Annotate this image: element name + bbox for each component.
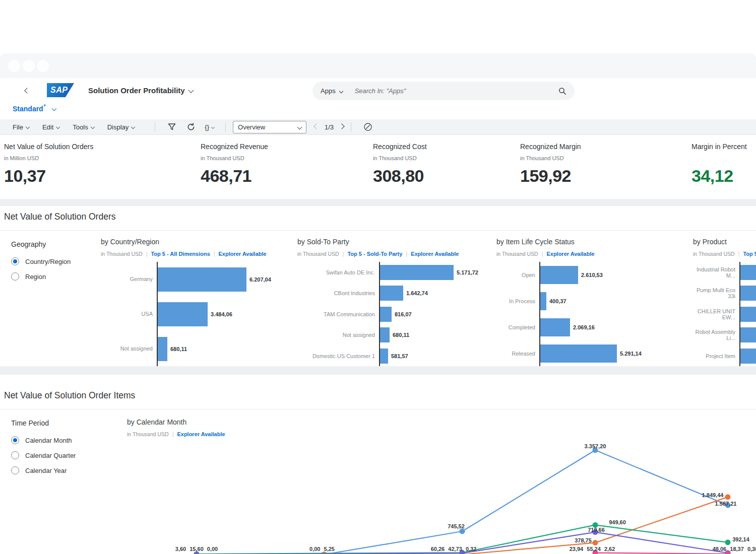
bar[interactable] — [380, 265, 454, 280]
bar-row: Project Item — [693, 345, 756, 367]
bar[interactable] — [540, 318, 570, 336]
bar[interactable] — [540, 266, 578, 284]
bar[interactable] — [540, 344, 617, 363]
toolbar-divider — [225, 122, 226, 131]
bar[interactable] — [740, 349, 756, 364]
section-separator — [0, 199, 756, 206]
chevron-down-icon — [131, 125, 135, 129]
category-label: Industrial Robot M... — [693, 266, 739, 279]
subtitle-separator: | — [214, 251, 215, 257]
menu-file[interactable]: File — [13, 123, 29, 131]
chevron-down-icon — [26, 125, 30, 129]
kpi-value: 34,12 — [691, 166, 747, 186]
bar-row: Robot Assembly Li... — [693, 325, 756, 346]
radio-button[interactable] — [11, 272, 19, 281]
bar[interactable] — [740, 327, 756, 342]
radio-option[interactable]: Country/Region — [11, 254, 71, 269]
radio-option[interactable]: Calendar Quarter — [11, 448, 76, 463]
radio-option[interactable]: Region — [11, 269, 71, 284]
radio-option[interactable]: Calendar Year — [11, 463, 76, 478]
variant-name: Standard — [13, 105, 43, 113]
subtitle-separator: | — [172, 431, 174, 437]
category-label: Open — [496, 272, 539, 278]
series-blue-data-point[interactable] — [460, 528, 465, 534]
chart-link[interactable]: Top 5 - Sold-To Party — [347, 251, 402, 257]
bar[interactable] — [158, 302, 208, 326]
chart-link[interactable]: Explorer Available — [219, 251, 267, 257]
kpi-unit: in Thousand USD — [520, 155, 581, 162]
page-title-menu[interactable]: Solution Order Profitability — [88, 86, 193, 95]
series-orange-data-point[interactable] — [725, 494, 731, 500]
chart-link[interactable]: Explorer Available — [411, 251, 459, 257]
bar[interactable] — [540, 292, 546, 310]
kpi-tile[interactable]: Net Value of Solution Ordersin Million U… — [4, 143, 93, 186]
bar[interactable] — [380, 286, 403, 301]
chart-panel-2: by Sold-To Partyin Thousand USD|Top 5 - … — [297, 238, 489, 368]
chart-unit: in Thousand USD — [496, 251, 538, 257]
bar[interactable] — [740, 265, 756, 280]
refresh-icon[interactable] — [186, 122, 196, 131]
bar[interactable] — [158, 267, 246, 292]
pager-next-button[interactable] — [340, 123, 344, 131]
bar[interactable] — [740, 307, 756, 322]
bar[interactable] — [380, 327, 390, 342]
explore-compass-icon[interactable] — [363, 122, 372, 131]
back-button[interactable] — [25, 87, 34, 96]
bar-area: 3.484,06 — [157, 297, 288, 331]
bar-row: Germany6.207,04 — [101, 262, 288, 297]
filter-icon[interactable] — [167, 122, 176, 131]
view-selector[interactable]: Overview — [233, 121, 306, 133]
chart-link[interactable]: Top 5 - — [743, 251, 756, 257]
chart-link[interactable]: Explorer Available — [546, 251, 594, 257]
radio-button-selected[interactable] — [11, 436, 19, 444]
bar[interactable] — [380, 349, 388, 364]
radio-button[interactable] — [11, 466, 19, 474]
search-scope-dropdown[interactable]: Apps — [321, 87, 343, 95]
radio-option[interactable]: Calendar Month — [11, 433, 76, 448]
kpi-value: 10,37 — [4, 166, 93, 186]
menu-tools[interactable]: Tools — [73, 123, 94, 131]
bar-value: 581,57 — [391, 353, 408, 359]
bar-row: Open2.610,53 — [496, 262, 673, 288]
bar-value: 680,11 — [393, 332, 409, 338]
category-label: Swifan Auto DE Inc. — [297, 269, 379, 275]
bar[interactable] — [740, 286, 756, 301]
search-bar[interactable]: Apps — [312, 82, 575, 100]
code-view-button[interactable]: {} — [205, 123, 214, 131]
variant-selector[interactable]: Standard* — [13, 104, 56, 113]
kpi-tile[interactable]: Recognized Costin Thousand USD308,80 — [373, 143, 427, 186]
radio-button-selected[interactable] — [11, 257, 19, 265]
bar-value: 2.610,53 — [581, 272, 603, 278]
point-label: 745,52 — [448, 523, 465, 529]
bar[interactable] — [158, 337, 167, 361]
menu-edit[interactable]: Edit — [42, 123, 59, 131]
category-label: TAM Communication — [297, 311, 379, 317]
radio-label: Calendar Quarter — [25, 452, 76, 459]
point-label: 1.849,44 — [702, 492, 724, 498]
series-teal-data-point[interactable] — [725, 539, 731, 545]
search-input[interactable] — [354, 87, 558, 95]
series-orange-data-point[interactable] — [593, 540, 598, 545]
radio-button[interactable] — [11, 451, 19, 459]
kpi-tile[interactable]: Recognized Revenuein Thousand USD468,71 — [201, 143, 268, 186]
bar-area — [739, 325, 756, 346]
bar[interactable] — [380, 307, 392, 322]
bar-value: 1.642,74 — [406, 290, 428, 296]
pager-prev-button[interactable] — [314, 123, 319, 131]
chart-link[interactable]: Explorer Available — [177, 431, 225, 437]
kpi-tile[interactable]: Recognized Marginin Thousand USD159,92 — [520, 143, 581, 186]
menu-display[interactable]: Display — [107, 123, 135, 131]
menu-label: File — [13, 123, 23, 131]
code-view-label: {} — [205, 123, 209, 131]
kpi-tile[interactable]: Margin in Percent34,12 — [691, 143, 747, 186]
time-period-filter-group: Time PeriodCalendar MonthCalendar Quarte… — [11, 419, 76, 478]
pager-position: 1/3 — [325, 123, 334, 131]
bar-rows: Germany6.207,04USA3.484,06Not assigned68… — [101, 262, 288, 366]
chart-link[interactable]: Top 5 - All Dimensions — [151, 251, 210, 257]
kpi-title: Margin in Percent — [691, 143, 747, 151]
search-icon[interactable] — [558, 87, 566, 95]
point-label: 949,60 — [609, 519, 626, 525]
kpi-unit: in Million USD — [4, 155, 93, 162]
panel-title: by Country/Region — [101, 238, 288, 246]
category-label: Released — [496, 351, 539, 357]
